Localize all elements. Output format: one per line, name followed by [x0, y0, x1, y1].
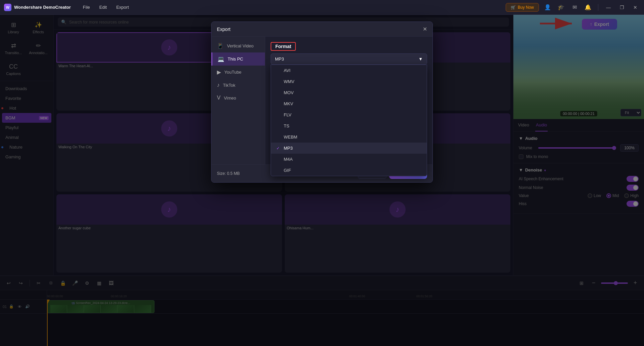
format-m4a: M4A — [284, 157, 293, 162]
this-pc-label: This PC — [228, 56, 243, 62]
dialog-header: Export ✕ — [212, 22, 432, 37]
dialog-sidebar: 📱 Vertical Video 💻 This PC ▶ YouTube ♪ T… — [212, 37, 265, 164]
format-option-webm[interactable]: WEBM — [271, 131, 427, 143]
format-mov: MOV — [284, 90, 294, 95]
app-name: Wondershare DemoCreator — [14, 5, 71, 10]
format-option-mp3[interactable]: ✓ MP3 — [271, 143, 427, 154]
buy-now-button[interactable]: 🛒 Buy Now — [506, 3, 539, 12]
sidebar-item-this-pc[interactable]: 💻 This PC — [212, 52, 265, 66]
dropdown-chevron-icon: ▼ — [418, 56, 423, 62]
menu-edit[interactable]: Edit — [95, 3, 111, 11]
check-mark-icon: ✓ — [276, 146, 281, 151]
maximize-button[interactable]: ❐ — [617, 3, 627, 12]
format-dropdown-list: AVI WMV MOV — [271, 65, 427, 176]
bell-icon[interactable]: 🔔 — [583, 3, 593, 12]
buy-now-label: Buy Now — [518, 5, 534, 10]
format-flv: FLV — [284, 112, 291, 117]
format-option-gif[interactable]: GIF — [271, 165, 427, 176]
vertical-video-label: Vertical Video — [227, 43, 254, 48]
format-label[interactable]: Format — [271, 42, 296, 51]
this-pc-icon: 💻 — [218, 56, 224, 62]
mail-icon[interactable]: ✉ — [570, 3, 579, 12]
titlebar-right: 🛒 Buy Now 👤 🎓 ✉ 🔔 — ❐ ✕ — [506, 3, 640, 12]
sidebar-item-youtube[interactable]: ▶ YouTube — [212, 66, 265, 79]
logo-icon: W — [4, 4, 11, 11]
format-section: Format MP3 ▼ AVI — [271, 42, 427, 65]
menu-export[interactable]: Export — [112, 3, 133, 11]
tiktok-label: TikTok — [223, 83, 235, 88]
format-option-mov[interactable]: MOV — [271, 87, 427, 98]
size-label: Size: — [217, 171, 226, 176]
format-webm: WEBM — [284, 134, 297, 140]
separator — [598, 4, 598, 11]
export-dialog: Export ✕ 📱 Vertical Video 💻 This PC ▶ Yo… — [211, 22, 433, 183]
vertical-video-icon: 📱 — [217, 43, 224, 49]
minimize-button[interactable]: — — [604, 3, 613, 12]
size-value: 0.5 MB — [227, 171, 240, 176]
format-gif: GIF — [284, 168, 291, 173]
dialog-main: Format MP3 ▼ AVI — [265, 37, 432, 164]
dialog-body: 📱 Vertical Video 💻 This PC ▶ YouTube ♪ T… — [212, 37, 432, 164]
tiktok-icon: ♪ — [217, 82, 220, 88]
dialog-close-button[interactable]: ✕ — [423, 26, 427, 32]
user-icon[interactable]: 👤 — [543, 3, 552, 12]
format-option-avi[interactable]: AVI — [271, 65, 427, 76]
youtube-icon: ▶ — [217, 69, 221, 75]
format-option-wmv[interactable]: WMV — [271, 76, 427, 87]
size-info: Size: 0.5 MB — [217, 171, 240, 176]
format-wmv: WMV — [284, 79, 294, 84]
format-option-flv[interactable]: FLV — [271, 109, 427, 120]
format-dropdown[interactable]: MP3 ▼ — [271, 53, 427, 65]
close-button[interactable]: ✕ — [631, 3, 640, 12]
sidebar-item-vertical-video[interactable]: 📱 Vertical Video — [212, 39, 265, 52]
cart-icon: 🛒 — [511, 5, 516, 10]
format-option-mkv[interactable]: MKV — [271, 98, 427, 109]
dialog-title: Export — [217, 27, 230, 32]
sidebar-item-vimeo[interactable]: V Vimeo — [212, 91, 265, 104]
format-mp3: MP3 — [284, 146, 293, 151]
format-option-ts[interactable]: TS — [271, 120, 427, 131]
selected-format: MP3 — [275, 56, 284, 62]
titlebar: W Wondershare DemoCreator File Edit Expo… — [0, 0, 644, 15]
menu-bar: File Edit Export — [79, 3, 133, 11]
export-dialog-overlay: Export ✕ 📱 Vertical Video 💻 This PC ▶ Yo… — [0, 15, 644, 346]
format-avi: AVI — [284, 68, 290, 73]
graduation-icon[interactable]: 🎓 — [556, 3, 566, 12]
vimeo-icon: V — [217, 95, 221, 101]
format-mkv: MKV — [284, 101, 293, 106]
format-dropdown-wrap: MP3 ▼ AVI WMV — [271, 53, 427, 65]
app-logo: W Wondershare DemoCreator — [4, 4, 71, 11]
menu-file[interactable]: File — [79, 3, 94, 11]
youtube-label: YouTube — [224, 70, 241, 75]
sidebar-item-tiktok[interactable]: ♪ TikTok — [212, 79, 265, 91]
format-option-m4a[interactable]: M4A — [271, 154, 427, 165]
vimeo-label: Vimeo — [224, 95, 236, 101]
format-ts: TS — [284, 123, 289, 128]
